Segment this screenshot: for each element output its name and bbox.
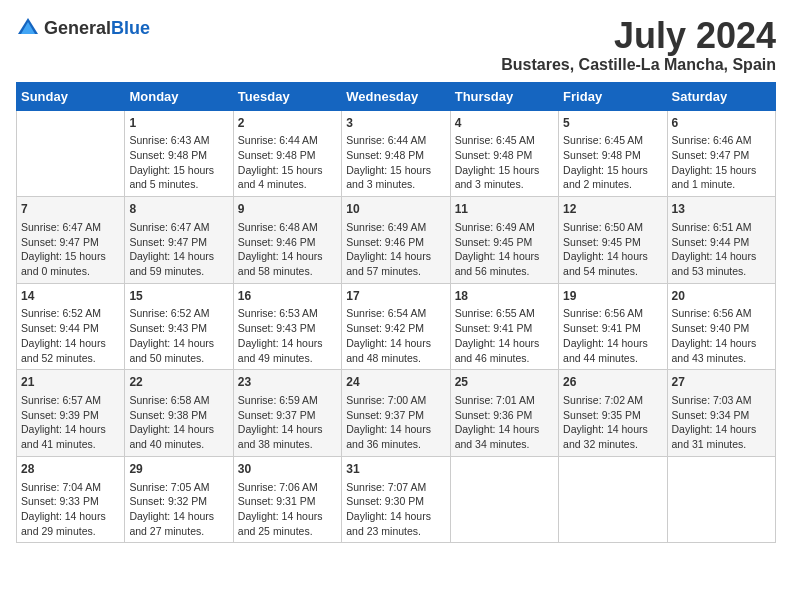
sunrise-text: Sunrise: 6:49 AM	[346, 221, 426, 233]
sunset-text: Sunset: 9:33 PM	[21, 495, 99, 507]
sunset-text: Sunset: 9:48 PM	[346, 149, 424, 161]
daylight-text: Daylight: 14 hours and 31 minutes.	[672, 423, 757, 450]
sunset-text: Sunset: 9:35 PM	[563, 409, 641, 421]
day-number: 6	[672, 115, 771, 132]
sunset-text: Sunset: 9:43 PM	[129, 322, 207, 334]
daylight-text: Daylight: 14 hours and 36 minutes.	[346, 423, 431, 450]
sunrise-text: Sunrise: 6:55 AM	[455, 307, 535, 319]
daylight-text: Daylight: 15 hours and 4 minutes.	[238, 164, 323, 191]
calendar-cell: 19 Sunrise: 6:56 AM Sunset: 9:41 PM Dayl…	[559, 283, 667, 370]
sunset-text: Sunset: 9:37 PM	[346, 409, 424, 421]
calendar-cell: 6 Sunrise: 6:46 AM Sunset: 9:47 PM Dayli…	[667, 110, 775, 197]
daylight-text: Daylight: 15 hours and 2 minutes.	[563, 164, 648, 191]
sunrise-text: Sunrise: 6:59 AM	[238, 394, 318, 406]
calendar-cell: 11 Sunrise: 6:49 AM Sunset: 9:45 PM Dayl…	[450, 197, 558, 284]
sunrise-text: Sunrise: 6:45 AM	[563, 134, 643, 146]
logo-text: GeneralBlue	[44, 18, 150, 39]
day-number: 2	[238, 115, 337, 132]
logo-general: General	[44, 18, 111, 38]
daylight-text: Daylight: 14 hours and 50 minutes.	[129, 337, 214, 364]
sunrise-text: Sunrise: 6:54 AM	[346, 307, 426, 319]
calendar-cell: 28 Sunrise: 7:04 AM Sunset: 9:33 PM Dayl…	[17, 456, 125, 543]
daylight-text: Daylight: 14 hours and 34 minutes.	[455, 423, 540, 450]
day-number: 11	[455, 201, 554, 218]
calendar-cell: 15 Sunrise: 6:52 AM Sunset: 9:43 PM Dayl…	[125, 283, 233, 370]
calendar-cell: 13 Sunrise: 6:51 AM Sunset: 9:44 PM Dayl…	[667, 197, 775, 284]
calendar-week-row: 28 Sunrise: 7:04 AM Sunset: 9:33 PM Dayl…	[17, 456, 776, 543]
day-number: 17	[346, 288, 445, 305]
day-number: 1	[129, 115, 228, 132]
sunset-text: Sunset: 9:48 PM	[238, 149, 316, 161]
calendar-cell: 24 Sunrise: 7:00 AM Sunset: 9:37 PM Dayl…	[342, 370, 450, 457]
day-number: 16	[238, 288, 337, 305]
header-thursday: Thursday	[450, 82, 558, 110]
daylight-text: Daylight: 14 hours and 23 minutes.	[346, 510, 431, 537]
calendar-cell: 5 Sunrise: 6:45 AM Sunset: 9:48 PM Dayli…	[559, 110, 667, 197]
calendar-table: Sunday Monday Tuesday Wednesday Thursday…	[16, 82, 776, 544]
calendar-cell: 8 Sunrise: 6:47 AM Sunset: 9:47 PM Dayli…	[125, 197, 233, 284]
header-saturday: Saturday	[667, 82, 775, 110]
calendar-cell: 25 Sunrise: 7:01 AM Sunset: 9:36 PM Dayl…	[450, 370, 558, 457]
calendar-week-row: 1 Sunrise: 6:43 AM Sunset: 9:48 PM Dayli…	[17, 110, 776, 197]
day-number: 23	[238, 374, 337, 391]
sunrise-text: Sunrise: 6:56 AM	[672, 307, 752, 319]
calendar-cell: 31 Sunrise: 7:07 AM Sunset: 9:30 PM Dayl…	[342, 456, 450, 543]
sunset-text: Sunset: 9:32 PM	[129, 495, 207, 507]
daylight-text: Daylight: 14 hours and 57 minutes.	[346, 250, 431, 277]
calendar-cell: 21 Sunrise: 6:57 AM Sunset: 9:39 PM Dayl…	[17, 370, 125, 457]
calendar-cell	[17, 110, 125, 197]
calendar-cell: 17 Sunrise: 6:54 AM Sunset: 9:42 PM Dayl…	[342, 283, 450, 370]
sunset-text: Sunset: 9:46 PM	[238, 236, 316, 248]
day-number: 3	[346, 115, 445, 132]
calendar-cell: 20 Sunrise: 6:56 AM Sunset: 9:40 PM Dayl…	[667, 283, 775, 370]
calendar-cell: 10 Sunrise: 6:49 AM Sunset: 9:46 PM Dayl…	[342, 197, 450, 284]
sunrise-text: Sunrise: 7:05 AM	[129, 481, 209, 493]
sunset-text: Sunset: 9:48 PM	[129, 149, 207, 161]
calendar-week-row: 7 Sunrise: 6:47 AM Sunset: 9:47 PM Dayli…	[17, 197, 776, 284]
sunset-text: Sunset: 9:39 PM	[21, 409, 99, 421]
header-friday: Friday	[559, 82, 667, 110]
calendar-cell: 27 Sunrise: 7:03 AM Sunset: 9:34 PM Dayl…	[667, 370, 775, 457]
day-number: 18	[455, 288, 554, 305]
sunset-text: Sunset: 9:46 PM	[346, 236, 424, 248]
daylight-text: Daylight: 14 hours and 44 minutes.	[563, 337, 648, 364]
sunset-text: Sunset: 9:30 PM	[346, 495, 424, 507]
calendar-cell: 12 Sunrise: 6:50 AM Sunset: 9:45 PM Dayl…	[559, 197, 667, 284]
daylight-text: Daylight: 14 hours and 29 minutes.	[21, 510, 106, 537]
day-number: 25	[455, 374, 554, 391]
header-monday: Monday	[125, 82, 233, 110]
calendar-cell: 7 Sunrise: 6:47 AM Sunset: 9:47 PM Dayli…	[17, 197, 125, 284]
day-number: 28	[21, 461, 120, 478]
day-number: 20	[672, 288, 771, 305]
sunrise-text: Sunrise: 6:49 AM	[455, 221, 535, 233]
title-block: July 2024 Bustares, Castille-La Mancha, …	[501, 16, 776, 74]
calendar-header: Sunday Monday Tuesday Wednesday Thursday…	[17, 82, 776, 110]
calendar-cell: 14 Sunrise: 6:52 AM Sunset: 9:44 PM Dayl…	[17, 283, 125, 370]
sunrise-text: Sunrise: 6:58 AM	[129, 394, 209, 406]
sunrise-text: Sunrise: 7:06 AM	[238, 481, 318, 493]
day-number: 10	[346, 201, 445, 218]
sunrise-text: Sunrise: 7:07 AM	[346, 481, 426, 493]
day-number: 9	[238, 201, 337, 218]
sunrise-text: Sunrise: 6:47 AM	[21, 221, 101, 233]
sunset-text: Sunset: 9:47 PM	[672, 149, 750, 161]
daylight-text: Daylight: 15 hours and 3 minutes.	[455, 164, 540, 191]
day-number: 19	[563, 288, 662, 305]
sunset-text: Sunset: 9:44 PM	[672, 236, 750, 248]
sunrise-text: Sunrise: 7:01 AM	[455, 394, 535, 406]
daylight-text: Daylight: 14 hours and 41 minutes.	[21, 423, 106, 450]
sunrise-text: Sunrise: 6:56 AM	[563, 307, 643, 319]
sunrise-text: Sunrise: 6:43 AM	[129, 134, 209, 146]
calendar-cell: 30 Sunrise: 7:06 AM Sunset: 9:31 PM Dayl…	[233, 456, 341, 543]
logo: GeneralBlue	[16, 16, 150, 40]
daylight-text: Daylight: 14 hours and 40 minutes.	[129, 423, 214, 450]
sunset-text: Sunset: 9:36 PM	[455, 409, 533, 421]
daylight-text: Daylight: 15 hours and 0 minutes.	[21, 250, 106, 277]
day-number: 21	[21, 374, 120, 391]
sunrise-text: Sunrise: 6:50 AM	[563, 221, 643, 233]
day-number: 14	[21, 288, 120, 305]
sunset-text: Sunset: 9:42 PM	[346, 322, 424, 334]
daylight-text: Daylight: 14 hours and 56 minutes.	[455, 250, 540, 277]
day-number: 26	[563, 374, 662, 391]
daylight-text: Daylight: 14 hours and 32 minutes.	[563, 423, 648, 450]
